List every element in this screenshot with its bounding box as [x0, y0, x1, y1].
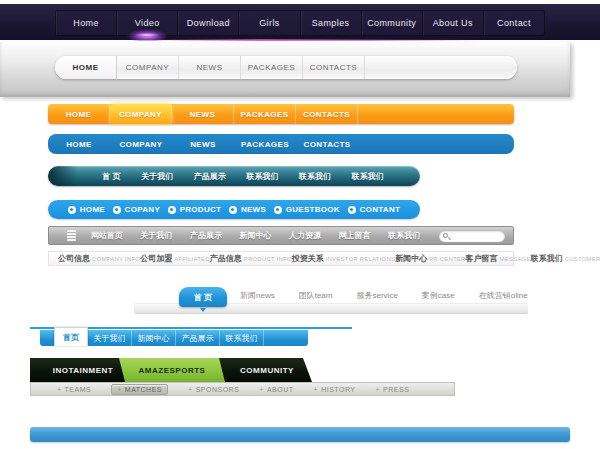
sky-nav-news[interactable]: NEWS	[229, 205, 266, 214]
teal-nav-contact-3[interactable]: 联系我们	[352, 171, 384, 182]
sports-nav-community[interactable]: COMMUNITY	[226, 358, 308, 382]
purple-nav-item-girls[interactable]: Girls	[238, 11, 299, 35]
gray-nav-products[interactable]: 产品展示	[190, 230, 222, 241]
search-input[interactable]	[451, 231, 501, 241]
sports-nav-amazesports[interactable]: AMAZESPORTS	[122, 358, 222, 382]
sky-nav-product[interactable]: PRODUCT	[168, 205, 222, 214]
sports-sub-press-label: PRESS	[383, 386, 409, 393]
blue-nav-packages[interactable]: PACKAGES	[234, 134, 296, 154]
tabrow-item-team[interactable]: 团队team	[299, 290, 333, 301]
company-strip-info[interactable]: 公司信息 COMPANY INFO	[58, 253, 140, 264]
teal-nav-bar: 首 页 关于我们 产品展示 联系我们 联系我们 联系我们	[48, 166, 420, 186]
sports-sub-matches[interactable]: + MATCHES	[111, 384, 168, 395]
tabrow-menu: 新闻news 团队team 服务service 案例case 在线营销oline	[240, 289, 528, 301]
cn-tab-news[interactable]: 新闻中心	[132, 330, 176, 346]
sports-sub-sponsors[interactable]: + SPONSORS	[188, 386, 239, 393]
search-box[interactable]	[439, 230, 505, 242]
sports-sub-teams[interactable]: + TEAMS	[57, 386, 91, 393]
cn-label: 产品信息	[210, 253, 242, 264]
company-strip-contact[interactable]: 联系我们 CUSTOMER SUPPORT	[531, 253, 600, 264]
company-strip-affiliated[interactable]: 公司加盟 AFFILIATED	[140, 253, 210, 264]
company-strip-nav: 公司信息 COMPANY INFO 公司加盟 AFFILIATED 产品信息 P…	[48, 251, 514, 266]
cn-tab-products[interactable]: 产品展示	[176, 330, 220, 346]
sports-sub-matches-label: MATCHES	[125, 386, 162, 393]
company-strip-investor[interactable]: 投资关系 INVESTOR RELATIONS	[292, 253, 395, 264]
cn-tab-contact[interactable]: 联系我们	[220, 330, 264, 346]
orange-nav-company[interactable]: COMPANY	[110, 104, 172, 124]
page-icon[interactable]	[67, 230, 76, 241]
sports-nav-inotainment[interactable]: INOTAINMENT	[38, 358, 128, 382]
silver-tab-contacts[interactable]: CONTACTS	[303, 56, 365, 79]
silver-tab-packages[interactable]: PACKAGES	[241, 56, 303, 79]
orange-nav-news[interactable]: NEWS	[172, 104, 234, 124]
sports-sub-about[interactable]: + ABOUT	[259, 386, 293, 393]
company-strip-messages[interactable]: 客户留言 MESSAGE	[466, 253, 531, 264]
sky-nav-contant[interactable]: CONTANT	[348, 205, 401, 214]
blue-nav-home[interactable]: HOME	[48, 134, 110, 154]
teal-nav-contact-1[interactable]: 联系我们	[246, 171, 278, 182]
gray-nav-contact[interactable]: 联系我们	[388, 230, 420, 241]
sky-nav-guestbook[interactable]: GUESTBOOK	[274, 205, 340, 214]
purple-nav-item-video[interactable]: Video	[116, 11, 177, 35]
sports-sub-history[interactable]: + HISTORY	[314, 386, 356, 393]
company-strip-product[interactable]: 产品信息 PRODUCT INFO	[210, 253, 292, 264]
sports-sub-about-label: ABOUT	[267, 386, 294, 393]
sports-nav-bar: INOTAINMENT AMAZESPORTS COMMUNITY	[30, 358, 312, 382]
purple-nav-item-aboutus[interactable]: About Us	[422, 11, 483, 35]
sky-nav-news-label: NEWS	[241, 205, 266, 214]
plus-icon: +	[57, 386, 62, 393]
silver-tab-pill: HOME COMPANY NEWS PACKAGES CONTACTS	[55, 56, 517, 79]
orange-nav-home[interactable]: HOME	[48, 104, 110, 124]
purple-nav-item-community[interactable]: Community	[361, 11, 422, 35]
silver-tab-news[interactable]: NEWS	[179, 56, 241, 79]
teal-nav-about[interactable]: 关于我们	[141, 171, 173, 182]
bullet-dot-icon	[113, 206, 121, 214]
silver-tab-home[interactable]: HOME	[55, 56, 117, 79]
blue-nav-news[interactable]: NEWS	[172, 134, 234, 154]
teal-nav-contact-2[interactable]: 联系我们	[299, 171, 331, 182]
sky-nav-contant-label: CONTANT	[360, 205, 401, 214]
blue-nav-company[interactable]: COMPANY	[110, 134, 172, 154]
tabrow-item-service[interactable]: 服务service	[356, 290, 397, 301]
gray-nav-site-home[interactable]: 网站首页	[91, 230, 123, 241]
cn-label: 联系我们	[531, 253, 563, 264]
teal-nav-home[interactable]: 首 页	[102, 171, 120, 182]
company-strip-pr[interactable]: 新闻中心 PR CENTER	[395, 253, 465, 264]
purple-nav-bar: Home Video Download Girls Samples Commun…	[0, 4, 600, 40]
gray-nav-message[interactable]: 网上留言	[339, 230, 371, 241]
purple-nav-item-download[interactable]: Download	[177, 11, 238, 35]
en-label: AFFILIATED	[174, 256, 210, 262]
tabrow-item-online[interactable]: 在线营销oline	[479, 290, 528, 301]
cn-tab-home[interactable]: 首页	[54, 327, 88, 346]
cn-label: 客户留言	[466, 253, 498, 264]
gray-nav-news-center[interactable]: 新闻中心	[239, 230, 271, 241]
gray-nav-hr[interactable]: 人力资源	[289, 230, 321, 241]
tabrow-item-case[interactable]: 案例case	[422, 290, 455, 301]
en-label: PRODUCT INFO	[244, 256, 292, 262]
sky-nav-product-label: PRODUCT	[180, 205, 222, 214]
bullet-dot-icon	[68, 206, 76, 214]
silver-tab-company[interactable]: COMPANY	[117, 56, 179, 79]
tabrow-item-news[interactable]: 新闻news	[240, 290, 275, 301]
purple-nav-item-home[interactable]: Home	[56, 11, 116, 35]
nav-template-showcase: Home Video Download Girls Samples Commun…	[0, 0, 600, 449]
cn-tab-about[interactable]: 关于我们	[88, 330, 132, 346]
gray-cn-menu: 网站首页 关于我们 产品展示 新闻中心 人力资源 网上留言 联系我们	[82, 230, 439, 241]
orange-nav-contacts[interactable]: CONTACTS	[296, 104, 358, 124]
bullet-dot-icon	[229, 206, 237, 214]
tabrow-active-tab-home[interactable]: 首 页	[179, 287, 227, 307]
gray-nav-about[interactable]: 关于我们	[140, 230, 172, 241]
sky-nav-home[interactable]: HOME	[68, 205, 105, 214]
cn-label: 公司加盟	[140, 253, 172, 264]
bullet-dot-icon	[274, 206, 282, 214]
sky-nav-copany[interactable]: COPANY	[113, 205, 160, 214]
teal-nav-products[interactable]: 产品展示	[194, 171, 226, 182]
blue-nav-contacts[interactable]: CONTACTS	[296, 134, 358, 154]
orange-nav-packages[interactable]: PACKAGES	[234, 104, 296, 124]
tab-pointer-icon	[200, 308, 206, 312]
purple-nav-item-contact[interactable]: Contact	[483, 11, 544, 35]
plus-icon: +	[188, 386, 193, 393]
sports-sub-press[interactable]: + PRESS	[376, 386, 410, 393]
en-label: CUSTOMER SUPPORT	[565, 256, 600, 262]
purple-nav-item-samples[interactable]: Samples	[300, 11, 361, 35]
